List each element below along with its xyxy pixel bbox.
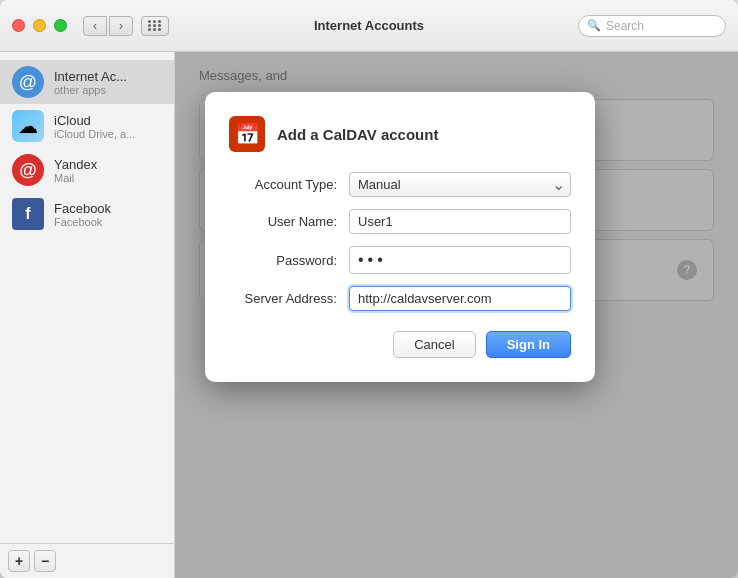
icloud-icon: ☁	[12, 110, 44, 142]
password-input[interactable]	[349, 246, 571, 274]
remove-account-button[interactable]: −	[34, 550, 56, 572]
username-row: User Name:	[229, 209, 571, 234]
password-row: Password:	[229, 246, 571, 274]
server-input[interactable]	[349, 286, 571, 311]
sidebar-item-label: iCloud	[54, 113, 135, 128]
search-icon: 🔍	[587, 19, 601, 32]
password-label: Password:	[229, 253, 349, 268]
caldav-modal: 📅 Add a CalDAV account Account Type: Man…	[205, 92, 595, 382]
modal-buttons: Cancel Sign In	[229, 331, 571, 358]
sidebar-item-internet[interactable]: @ Internet Ac... other apps	[0, 60, 174, 104]
sidebar-item-yandex[interactable]: @ Yandex Mail	[0, 148, 174, 192]
caldav-modal-icon: 📅	[229, 116, 265, 152]
sidebar-item-sublabel: other apps	[54, 84, 127, 96]
forward-button[interactable]: ›	[109, 16, 133, 36]
search-placeholder: Search	[606, 19, 644, 33]
sidebar-list: @ Internet Ac... other apps ☁ iCloud iCl…	[0, 52, 174, 543]
minimize-button[interactable]	[33, 19, 46, 32]
main-window: ‹ › Internet Accounts 🔍 Search @ Interne…	[0, 0, 738, 578]
add-account-button[interactable]: +	[8, 550, 30, 572]
sidebar-item-label: Internet Ac...	[54, 69, 127, 84]
sidebar-item-sublabel: Facebook	[54, 216, 111, 228]
server-row: Server Address:	[229, 286, 571, 311]
sidebar-item-sublabel: iCloud Drive, a...	[54, 128, 135, 140]
main-content: @ Internet Ac... other apps ☁ iCloud iCl…	[0, 52, 738, 578]
grid-view-button[interactable]	[141, 16, 169, 36]
sidebar-item-label: Yandex	[54, 157, 97, 172]
sidebar-item-sublabel: Mail	[54, 172, 97, 184]
modal-title: Add a CalDAV account	[277, 126, 438, 143]
internet-icon: @	[12, 66, 44, 98]
titlebar: ‹ › Internet Accounts 🔍 Search	[0, 0, 738, 52]
back-button[interactable]: ‹	[83, 16, 107, 36]
sidebar-item-icloud[interactable]: ☁ iCloud iCloud Drive, a...	[0, 104, 174, 148]
yandex-icon: @	[12, 154, 44, 186]
right-panel: Messages, and C CardDAV account L LDAP a…	[175, 52, 738, 578]
sidebar-item-facebook[interactable]: f Facebook Facebook	[0, 192, 174, 236]
window-controls	[12, 19, 67, 32]
sidebar-item-label: Facebook	[54, 201, 111, 216]
server-label: Server Address:	[229, 291, 349, 306]
username-label: User Name:	[229, 214, 349, 229]
modal-header: 📅 Add a CalDAV account	[229, 116, 571, 152]
facebook-icon: f	[12, 198, 44, 230]
search-box[interactable]: 🔍 Search	[578, 15, 726, 37]
signin-button[interactable]: Sign In	[486, 331, 571, 358]
sidebar: @ Internet Ac... other apps ☁ iCloud iCl…	[0, 52, 175, 578]
maximize-button[interactable]	[54, 19, 67, 32]
nav-buttons: ‹ ›	[83, 16, 133, 36]
cancel-button[interactable]: Cancel	[393, 331, 475, 358]
account-type-row: Account Type: Manual Automatic ⌄	[229, 172, 571, 197]
account-type-select[interactable]: Manual Automatic	[349, 172, 571, 197]
account-type-label: Account Type:	[229, 177, 349, 192]
modal-overlay: 📅 Add a CalDAV account Account Type: Man…	[175, 52, 738, 578]
sidebar-bottom: + −	[0, 543, 174, 578]
username-input[interactable]	[349, 209, 571, 234]
close-button[interactable]	[12, 19, 25, 32]
account-type-wrapper: Manual Automatic ⌄	[349, 172, 571, 197]
grid-icon	[148, 20, 162, 31]
window-title: Internet Accounts	[314, 18, 424, 33]
